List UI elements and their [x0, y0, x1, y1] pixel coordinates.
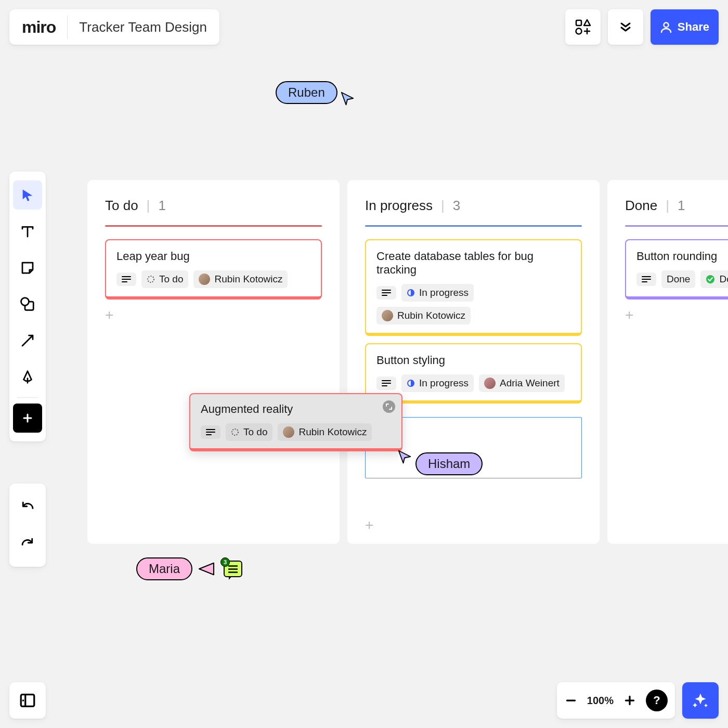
- header-left: miro Tracker Team Design: [9, 9, 219, 45]
- arrow-tool[interactable]: [13, 326, 42, 355]
- assignee-tag[interactable]: Rubin Kotowicz: [376, 307, 471, 324]
- undo-button[interactable]: [13, 492, 42, 522]
- board-title[interactable]: Tracker Team Design: [79, 19, 207, 35]
- svg-point-9: [706, 275, 714, 283]
- status-label: To do: [243, 426, 267, 438]
- share-button[interactable]: Share: [651, 9, 719, 45]
- presence-maria: Maria 3: [136, 557, 242, 580]
- description-icon[interactable]: [636, 272, 656, 286]
- done-label: Don: [719, 274, 728, 285]
- user-icon: [660, 21, 672, 33]
- svg-point-3: [664, 23, 668, 28]
- separator: |: [666, 198, 669, 214]
- description-icon[interactable]: [116, 272, 136, 286]
- text-tool[interactable]: [13, 217, 42, 246]
- assignee-label: Rubin Kotowicz: [298, 426, 367, 438]
- zoom-in-button[interactable]: [623, 694, 636, 707]
- svg-marker-1: [584, 20, 590, 25]
- column-todo[interactable]: To do | 1 Leap year bug To do Rubin Koto…: [87, 180, 340, 544]
- card-tags: In progress Rubin Kotowicz: [376, 284, 570, 324]
- column-count: 1: [678, 198, 685, 214]
- column-in-progress[interactable]: In progress | 3 Create database tables f…: [347, 180, 600, 544]
- svg-point-5: [21, 298, 29, 306]
- column-underline: [365, 225, 582, 227]
- select-tool[interactable]: [13, 180, 42, 210]
- lines-icon: [122, 276, 131, 283]
- expand-icon[interactable]: [383, 400, 395, 413]
- column-count: 3: [453, 198, 460, 214]
- status-tag[interactable]: To do: [141, 270, 188, 288]
- avatar-icon: [484, 378, 496, 389]
- column-title: In progress: [365, 198, 433, 214]
- shapes-plus-icon: [575, 19, 591, 35]
- assignee-tag[interactable]: Rubin Kotowicz: [193, 270, 288, 288]
- description-icon[interactable]: [201, 425, 220, 439]
- separator: |: [441, 198, 445, 214]
- half-circle-icon: [407, 289, 415, 297]
- ai-assist-button[interactable]: [682, 682, 719, 719]
- share-label: Share: [678, 20, 709, 34]
- svg-point-2: [576, 29, 581, 34]
- add-card-button[interactable]: +: [105, 307, 118, 323]
- redo-button[interactable]: [13, 529, 42, 558]
- column-done[interactable]: Done | 1 Button rounding Done Don +: [607, 180, 728, 544]
- card-tags: Done Don: [636, 270, 728, 288]
- cursor-icon: [20, 188, 35, 202]
- chevrons-down-icon: [619, 21, 632, 33]
- assignee-tag[interactable]: Rubin Kotowicz: [278, 423, 372, 441]
- apps-button[interactable]: [565, 9, 601, 45]
- status-tag[interactable]: Done: [661, 270, 695, 288]
- assignee-label: Adria Weinert: [500, 378, 560, 389]
- cursor-icon: [340, 90, 355, 106]
- card-database[interactable]: Create database tables for bug tracking …: [365, 239, 582, 336]
- dotted-circle-icon: [231, 428, 239, 436]
- presence-label: Ruben: [276, 81, 337, 104]
- undo-icon: [20, 499, 35, 515]
- undo-redo-toolbar: [9, 484, 46, 567]
- lines-icon: [206, 428, 215, 436]
- shape-tool[interactable]: [13, 290, 42, 319]
- description-icon[interactable]: [376, 286, 396, 300]
- dotted-circle-icon: [147, 275, 155, 283]
- assignee-label: Rubin Kotowicz: [397, 310, 465, 321]
- zoom-out-button[interactable]: [564, 694, 578, 707]
- add-card-button[interactable]: +: [365, 517, 378, 534]
- add-card-button[interactable]: +: [625, 307, 638, 323]
- done-pill[interactable]: Don: [700, 270, 728, 288]
- card-leap-year[interactable]: Leap year bug To do Rubin Kotowicz: [105, 239, 322, 300]
- status-tag[interactable]: To do: [226, 423, 272, 441]
- collapse-button[interactable]: [608, 9, 643, 45]
- description-icon[interactable]: [376, 376, 396, 390]
- status-tag[interactable]: In progress: [401, 374, 474, 392]
- toolbar-separator: [17, 397, 38, 398]
- status-label: In progress: [419, 287, 469, 298]
- card-button-rounding[interactable]: Button rounding Done Don: [625, 239, 728, 300]
- help-button[interactable]: ?: [646, 690, 668, 711]
- miro-logo[interactable]: miro: [22, 18, 56, 37]
- avatar-icon: [199, 274, 210, 285]
- column-header: Done | 1: [625, 198, 728, 214]
- frames-panel-button[interactable]: [9, 682, 46, 719]
- status-tag[interactable]: In progress: [401, 284, 474, 302]
- zoom-controls: 100% ?: [557, 682, 675, 719]
- status-label: Done: [667, 274, 690, 285]
- sticky-note-icon: [20, 260, 35, 276]
- presence-label: Maria: [136, 557, 192, 580]
- sticky-tool[interactable]: [13, 253, 42, 282]
- header-right: Share: [565, 9, 719, 45]
- pen-tool[interactable]: [13, 362, 42, 392]
- column-underline: [105, 225, 322, 227]
- card-title: Button styling: [376, 354, 570, 367]
- avatar-icon: [283, 426, 294, 438]
- card-augmented-reality-dragging[interactable]: Augmented reality To do Rubin Kotowicz: [189, 393, 402, 451]
- zoom-value[interactable]: 100%: [587, 695, 614, 707]
- cursor-icon: [198, 562, 215, 576]
- toolbar: [9, 172, 46, 441]
- svg-point-10: [232, 429, 238, 435]
- assignee-tag[interactable]: Adria Weinert: [479, 374, 565, 392]
- more-tools[interactable]: [13, 404, 42, 433]
- comment-icon[interactable]: 3: [224, 561, 242, 577]
- plus-icon: [21, 412, 34, 424]
- panel-icon: [19, 692, 36, 709]
- card-tags: To do Rubin Kotowicz: [201, 423, 391, 441]
